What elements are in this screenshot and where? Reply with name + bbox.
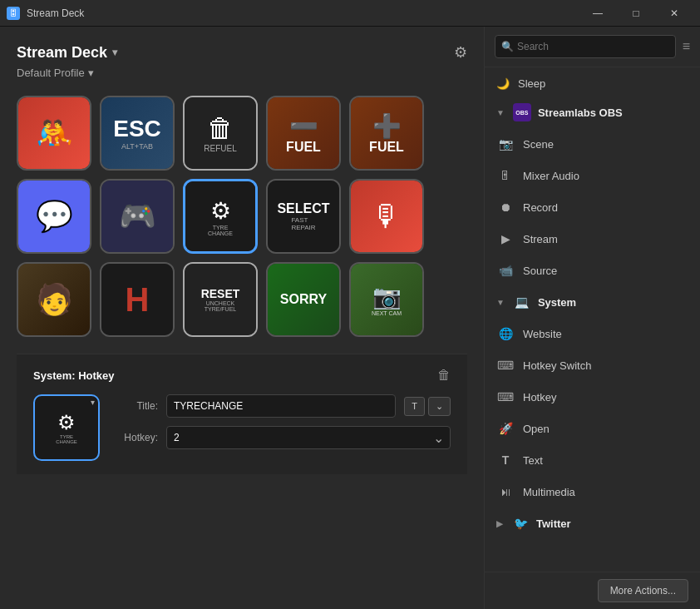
open-label: Open bbox=[523, 423, 550, 435]
preview-tyre-icon: ⚙ bbox=[57, 411, 76, 434]
open-icon: 🚀 bbox=[496, 419, 515, 438]
source-icon: 📹 bbox=[496, 261, 515, 280]
grid-button-reset[interactable]: RESET UNCHECKTYRE/FUEL bbox=[183, 262, 258, 337]
grid-button-select-repair[interactable]: SELECT FASTREPAIR bbox=[266, 179, 341, 254]
title-input[interactable] bbox=[166, 394, 396, 418]
hotkey-field-row: Hotkey: 2 1 3 bbox=[116, 426, 451, 449]
hotkey-select[interactable]: 2 1 3 bbox=[166, 426, 451, 449]
editor-header: System: Hotkey 🗑 bbox=[33, 368, 451, 383]
h-letter: H bbox=[126, 281, 150, 319]
sidebar-item-text[interactable]: T Text bbox=[485, 444, 700, 476]
sub-profile-chevron-icon[interactable]: ▾ bbox=[88, 67, 94, 79]
fuel-plus-icon: ➕ bbox=[372, 112, 402, 140]
twitter-icon: 🐦 bbox=[511, 514, 530, 532]
title-bar-left: 🎛 Stream Deck bbox=[7, 7, 84, 20]
scene-icon: 📷 bbox=[496, 135, 515, 153]
scene-label: Scene bbox=[523, 138, 554, 151]
grid-button-refuel1[interactable]: 🗑 REFUEL bbox=[183, 96, 258, 171]
preview-tyre-label: TYRECHANGE bbox=[56, 434, 77, 444]
sidebar-section-streamlabs[interactable]: ▼ OBS Streamlabs OBS bbox=[485, 97, 700, 128]
obs-badge-icon: OBS bbox=[513, 103, 531, 121]
grid-button-discord[interactable]: 💬 bbox=[17, 179, 91, 254]
stream-icon: ▶ bbox=[496, 230, 515, 248]
minimize-button[interactable]: — bbox=[579, 0, 617, 27]
sidebar-item-record[interactable]: ⏺ Record bbox=[485, 191, 700, 223]
sidebar-item-source[interactable]: 📹 Source bbox=[485, 255, 700, 286]
list-view-icon[interactable]: ≡ bbox=[683, 39, 690, 54]
close-button[interactable]: ✕ bbox=[655, 0, 693, 27]
sidebar-item-hotkey-switch[interactable]: ⌨ Hotkey Switch bbox=[485, 349, 700, 381]
editor-title: System: Hotkey bbox=[33, 369, 115, 382]
sidebar-item-website[interactable]: 🌐 Website bbox=[485, 318, 700, 349]
font-dropdown-button[interactable]: ⌄ bbox=[428, 397, 451, 416]
hotkey-icon: ⌨ bbox=[496, 388, 515, 406]
system-section-icon: 💻 bbox=[513, 293, 531, 311]
sidebar-item-multimedia[interactable]: ⏯ Multimedia bbox=[485, 476, 700, 508]
source-label: Source bbox=[523, 265, 557, 277]
text-label: Text bbox=[523, 454, 543, 467]
grid-button-sorry[interactable]: SORRY bbox=[266, 262, 341, 337]
font-button[interactable]: T bbox=[404, 397, 425, 416]
sidebar-item-scene[interactable]: 📷 Scene bbox=[485, 128, 700, 160]
button-grid: 🤼 ESC ALT+TAB 🗑 REFUEL ➖ FUEL bbox=[17, 96, 467, 337]
multimedia-icon: ⏯ bbox=[496, 483, 515, 501]
sidebar-item-mixer-audio[interactable]: 🎚 Mixer Audio bbox=[485, 160, 700, 191]
field-actions: T ⌄ bbox=[404, 397, 451, 416]
right-sidebar: 🔍 ≡ 🌙 Sleep ▼ OBS Streamlabs OBS 📷 Scene bbox=[484, 27, 700, 609]
grid-button-h[interactable]: H bbox=[100, 262, 175, 337]
search-bar: 🔍 ≡ bbox=[485, 27, 700, 67]
grid-button-fuel-plus[interactable]: ➕ FUEL bbox=[349, 96, 424, 171]
editor-hotkey-label: Hotkey bbox=[78, 369, 114, 382]
refuel-minus-label: FUEL bbox=[286, 140, 321, 155]
grid-button-gamepad[interactable]: 🎮 bbox=[100, 179, 175, 254]
grid-button-facemask[interactable]: 🤼 bbox=[17, 96, 91, 171]
multimedia-label: Multimedia bbox=[523, 486, 575, 498]
refuel-minus-icon: ➖ bbox=[289, 112, 318, 140]
select-sublabel: FASTREPAIR bbox=[291, 216, 315, 231]
app-icon: 🎛 bbox=[7, 7, 20, 20]
fuel-plus-label: FUEL bbox=[369, 140, 404, 155]
sidebar-section-twitter[interactable]: ▶ 🐦 Twitter bbox=[485, 508, 700, 539]
refuel1-label: REFUEL bbox=[204, 144, 236, 153]
refuel1-icon: 🗑 bbox=[207, 113, 234, 144]
hotkey-switch-icon: ⌨ bbox=[496, 356, 515, 374]
settings-icon[interactable]: ⚙ bbox=[454, 43, 467, 62]
editor-panel: System: Hotkey 🗑 ▾ ⚙ TYRECHANGE Title: bbox=[17, 354, 467, 474]
sidebar-item-sleep[interactable]: 🌙 Sleep bbox=[485, 71, 700, 97]
grid-button-refuel-minus[interactable]: ➖ FUEL bbox=[266, 96, 341, 171]
editor-preview[interactable]: ▾ ⚙ TYRECHANGE bbox=[33, 394, 100, 461]
sidebar-item-open[interactable]: 🚀 Open bbox=[485, 413, 700, 444]
twitter-collapse-icon: ▶ bbox=[496, 519, 503, 528]
search-icon: 🔍 bbox=[501, 41, 514, 52]
more-actions-button[interactable]: More Actions... bbox=[598, 579, 688, 602]
editor-content: ▾ ⚙ TYRECHANGE Title: T ⌄ Hotkey: bbox=[33, 394, 451, 461]
grid-button-portrait[interactable]: 🧑 bbox=[17, 262, 91, 337]
app-title: Stream Deck bbox=[27, 7, 84, 19]
profile-title-group: Stream Deck ▾ bbox=[17, 44, 117, 62]
portrait-icon: 🧑 bbox=[36, 282, 73, 317]
grid-button-tyre-change[interactable]: ⚙ TYRECHANGE bbox=[183, 179, 258, 254]
system-collapse-icon: ▼ bbox=[496, 298, 505, 307]
more-actions-bar: More Actions... bbox=[485, 572, 700, 609]
sorry-label: SORRY bbox=[280, 292, 327, 307]
grid-button-esc[interactable]: ESC ALT+TAB bbox=[100, 96, 175, 171]
maximize-button[interactable]: □ bbox=[617, 0, 655, 27]
sidebar-section-system[interactable]: ▼ 💻 System bbox=[485, 286, 700, 318]
search-input[interactable] bbox=[495, 35, 676, 58]
nextcam-icon: 📷 bbox=[372, 283, 402, 310]
title-label: Title: bbox=[116, 400, 158, 412]
esc-sublabel: ALT+TAB bbox=[121, 142, 153, 151]
delete-button[interactable]: 🗑 bbox=[437, 368, 451, 383]
sub-profile-text: Default Profile bbox=[17, 67, 85, 79]
sidebar-item-hotkey[interactable]: ⌨ Hotkey bbox=[485, 381, 700, 413]
preview-chevron-icon: ▾ bbox=[91, 398, 95, 407]
editor-fields: Title: T ⌄ Hotkey: 2 1 bbox=[116, 394, 451, 449]
streamlabs-label: Streamlabs OBS bbox=[538, 106, 623, 119]
profile-chevron-icon[interactable]: ▾ bbox=[112, 47, 117, 58]
grid-button-next-cam[interactable]: 📷 NEXT CAM bbox=[349, 262, 424, 337]
sidebar-list: 🌙 Sleep ▼ OBS Streamlabs OBS 📷 Scene 🎚 M… bbox=[485, 67, 700, 572]
facemask-icon: 🤼 bbox=[36, 116, 73, 151]
sidebar-item-stream[interactable]: ▶ Stream bbox=[485, 223, 700, 255]
hotkey-select-wrapper: 2 1 3 bbox=[166, 426, 451, 449]
grid-button-discord-mute[interactable]: 🎙 bbox=[349, 179, 424, 254]
